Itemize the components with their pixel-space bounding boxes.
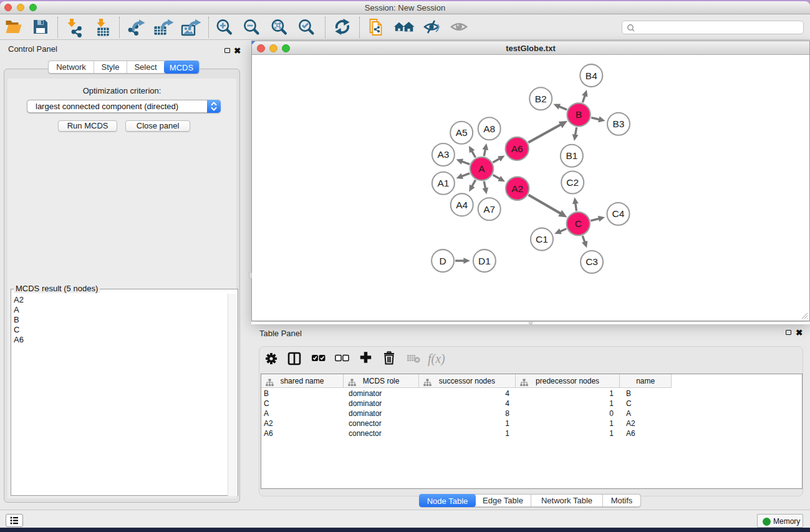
svg-text:A8: A8 bbox=[483, 123, 495, 134]
svg-text:B2: B2 bbox=[535, 94, 547, 104]
svg-text:C2: C2 bbox=[566, 177, 579, 188]
svg-text:B4: B4 bbox=[586, 70, 597, 81]
svg-text:D1: D1 bbox=[478, 256, 491, 266]
svg-text:C3: C3 bbox=[586, 256, 598, 267]
svg-text:A6: A6 bbox=[511, 143, 523, 154]
svg-text:B: B bbox=[576, 109, 582, 120]
svg-text:C4: C4 bbox=[612, 208, 625, 219]
svg-text:A: A bbox=[478, 163, 485, 174]
svg-text:C: C bbox=[575, 218, 582, 229]
svg-text:f(x): f(x) bbox=[428, 352, 445, 366]
svg-text:B3: B3 bbox=[613, 118, 625, 129]
svg-text:A7: A7 bbox=[483, 204, 495, 215]
svg-text:B1: B1 bbox=[566, 150, 577, 161]
svg-text:A4: A4 bbox=[456, 200, 468, 210]
svg-text:C1: C1 bbox=[536, 234, 548, 244]
svg-text:A5: A5 bbox=[456, 127, 468, 138]
svg-text:A3: A3 bbox=[437, 149, 449, 160]
svg-text:D: D bbox=[439, 256, 446, 266]
svg-text:A2: A2 bbox=[511, 183, 523, 194]
svg-text:A1: A1 bbox=[437, 178, 449, 188]
